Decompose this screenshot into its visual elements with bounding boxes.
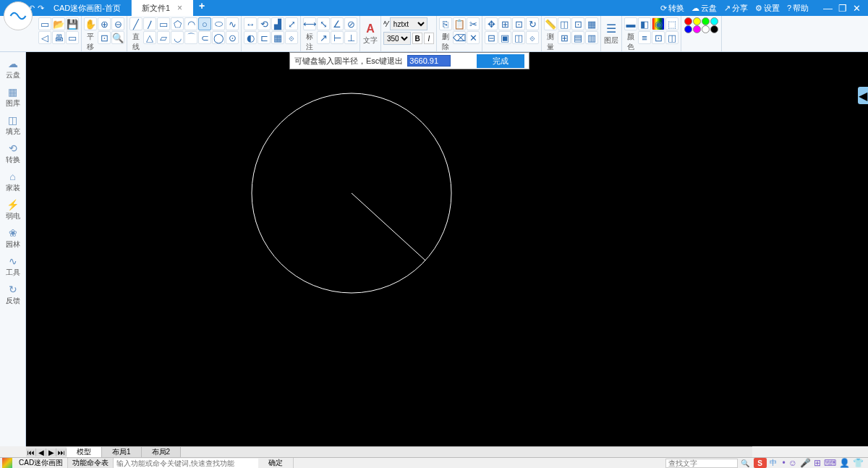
dim2-icon[interactable]: ⊢ bbox=[331, 31, 344, 44]
p6-icon[interactable]: ⊡ bbox=[652, 31, 665, 44]
text-icon[interactable]: A bbox=[366, 22, 375, 35]
cloud-icon[interactable]: ◯ bbox=[212, 31, 225, 44]
trim-icon[interactable]: ◐ bbox=[244, 31, 257, 44]
p4-icon[interactable]: ⬚ bbox=[665, 17, 678, 30]
cmd-table-button[interactable]: 功能命令表 bbox=[68, 458, 114, 468]
tray-icon-1[interactable]: • bbox=[783, 458, 786, 468]
tab-model[interactable]: 模型 bbox=[67, 447, 102, 457]
drawing-canvas[interactable] bbox=[26, 52, 868, 446]
arrow-icon[interactable]: ◁ bbox=[38, 31, 51, 44]
tab-prev-icon[interactable]: ◀ bbox=[36, 448, 46, 456]
arc-icon[interactable]: ◠ bbox=[184, 17, 197, 30]
m4-icon[interactable]: ▦ bbox=[585, 17, 598, 30]
ellipse-icon[interactable]: ⬭ bbox=[212, 17, 225, 30]
tab-first-icon[interactable]: ⏮ bbox=[26, 448, 36, 456]
open-icon[interactable]: 📂 bbox=[52, 17, 65, 30]
sidebar-item-feedback[interactable]: ↻反馈 bbox=[0, 281, 25, 309]
dim-linear-icon[interactable]: ⟷ bbox=[303, 17, 316, 30]
t3-icon[interactable]: ⊡ bbox=[512, 17, 525, 30]
sidebar-item-garden[interactable]: ❀园林 bbox=[0, 224, 25, 252]
tab-home[interactable]: CAD迷你画图-首页 bbox=[43, 0, 132, 16]
color-black[interactable] bbox=[710, 25, 718, 33]
font-select[interactable]: hztxt bbox=[390, 17, 427, 30]
help-button[interactable]: ? 帮助 bbox=[787, 3, 809, 14]
extend-icon[interactable]: ⊏ bbox=[258, 31, 271, 44]
sidebar-item-library[interactable]: ▦图库 bbox=[0, 83, 25, 111]
dim-radius-icon[interactable]: ⊘ bbox=[344, 17, 357, 30]
maximize-button[interactable]: ❐ bbox=[838, 3, 847, 14]
minimize-button[interactable]: — bbox=[823, 3, 833, 14]
m2-icon[interactable]: ◫ bbox=[558, 17, 571, 30]
cloud-button[interactable]: ☁ 云盘 bbox=[692, 3, 717, 14]
dim-angular-icon[interactable]: ∠ bbox=[331, 17, 344, 30]
del1-icon[interactable]: ⌫ bbox=[453, 31, 466, 44]
polygon-icon[interactable]: ⬠ bbox=[171, 17, 184, 30]
p1-icon[interactable]: ▬ bbox=[624, 17, 637, 30]
color-cyan[interactable] bbox=[710, 17, 718, 25]
sidebar-item-tools[interactable]: ∿工具 bbox=[0, 252, 25, 281]
close-button[interactable]: ✕ bbox=[853, 3, 861, 14]
ime-lang[interactable]: 中 bbox=[768, 458, 778, 468]
save-icon[interactable]: 💾 bbox=[66, 17, 79, 30]
tab-file-1[interactable]: 新文件1× bbox=[132, 0, 193, 16]
rect2-icon[interactable]: ▱ bbox=[157, 31, 170, 44]
sidebar-item-electric[interactable]: ⚡弱电 bbox=[0, 196, 25, 224]
zoom-in-icon[interactable]: ⊕ bbox=[98, 17, 111, 30]
circle-icon[interactable]: ○ bbox=[198, 17, 211, 30]
p7-icon[interactable]: ◫ bbox=[665, 31, 678, 44]
layer-icon[interactable]: ☰ bbox=[606, 22, 616, 35]
color-green[interactable] bbox=[702, 17, 710, 25]
ok-button[interactable]: 确定 bbox=[258, 458, 294, 468]
right-panel-toggle[interactable]: ◀ bbox=[858, 87, 868, 104]
mirror-icon[interactable]: ▟ bbox=[271, 17, 284, 30]
tab-last-icon[interactable]: ⏭ bbox=[56, 448, 67, 456]
tab-close-icon[interactable]: × bbox=[177, 3, 182, 13]
t2-icon[interactable]: ⊞ bbox=[498, 17, 511, 30]
t5-icon[interactable]: ⊟ bbox=[485, 31, 498, 44]
zoom-fit-icon[interactable]: ⊡ bbox=[98, 31, 111, 44]
color-blue[interactable] bbox=[684, 25, 692, 33]
tab-next-icon[interactable]: ▶ bbox=[46, 448, 56, 456]
t1-icon[interactable]: ✥ bbox=[485, 17, 498, 30]
p2-icon[interactable]: ◧ bbox=[638, 17, 651, 30]
t6-icon[interactable]: ▣ bbox=[498, 31, 511, 44]
done-button[interactable]: 完成 bbox=[477, 54, 524, 68]
t4-icon[interactable]: ↻ bbox=[526, 17, 539, 30]
search-icon[interactable]: 🔍 bbox=[738, 459, 752, 467]
new-icon[interactable]: ▭ bbox=[38, 17, 51, 30]
p5-icon[interactable]: ≡ bbox=[638, 31, 651, 44]
find-text-input[interactable] bbox=[665, 459, 738, 468]
m7-icon[interactable]: ▥ bbox=[585, 31, 598, 44]
app-logo[interactable] bbox=[4, 1, 33, 30]
copy-icon[interactable]: ⎘ bbox=[439, 17, 452, 30]
paste-icon[interactable]: 📋 bbox=[453, 17, 466, 30]
ime-indicator[interactable]: S bbox=[754, 458, 767, 468]
spline-icon[interactable]: ∿ bbox=[226, 17, 239, 30]
tab-add-button[interactable]: + bbox=[193, 0, 210, 16]
array-icon[interactable]: ▦ bbox=[271, 31, 284, 44]
color-yellow[interactable] bbox=[693, 17, 701, 25]
color-white[interactable] bbox=[702, 25, 710, 33]
italic-button[interactable]: I bbox=[424, 33, 434, 44]
convert-button[interactable]: ⟳ 转换 bbox=[660, 3, 684, 14]
cut-icon[interactable]: ✂ bbox=[467, 17, 480, 30]
radius-input[interactable] bbox=[407, 55, 451, 67]
print-icon[interactable]: 🖶 bbox=[52, 31, 65, 44]
triangle-icon[interactable]: △ bbox=[143, 31, 156, 44]
offset-icon[interactable]: ⟐ bbox=[285, 31, 298, 44]
color-red[interactable] bbox=[684, 17, 692, 25]
zoom-out-icon[interactable]: ⊖ bbox=[111, 17, 124, 30]
rect-icon[interactable]: ▭ bbox=[157, 17, 170, 30]
color-magenta[interactable] bbox=[693, 25, 701, 33]
sidebar-item-fill[interactable]: ◫填充 bbox=[0, 111, 25, 140]
tray-icon-4[interactable]: ⊞ bbox=[814, 458, 821, 468]
arc3-icon[interactable]: ⌒ bbox=[184, 31, 197, 44]
tray-icon-3[interactable]: 🎤 bbox=[800, 458, 811, 468]
point-icon[interactable]: ⊙ bbox=[226, 31, 239, 44]
arc2-icon[interactable]: ◡ bbox=[171, 31, 184, 44]
settings-button[interactable]: ⚙ 设置 bbox=[755, 3, 780, 14]
size-select[interactable]: 350 bbox=[383, 32, 411, 45]
share-button[interactable]: ↗ 分享 bbox=[724, 3, 748, 14]
m5-icon[interactable]: ⊞ bbox=[558, 31, 571, 44]
sidebar-item-cloud[interactable]: ☁云盘 bbox=[0, 55, 25, 83]
